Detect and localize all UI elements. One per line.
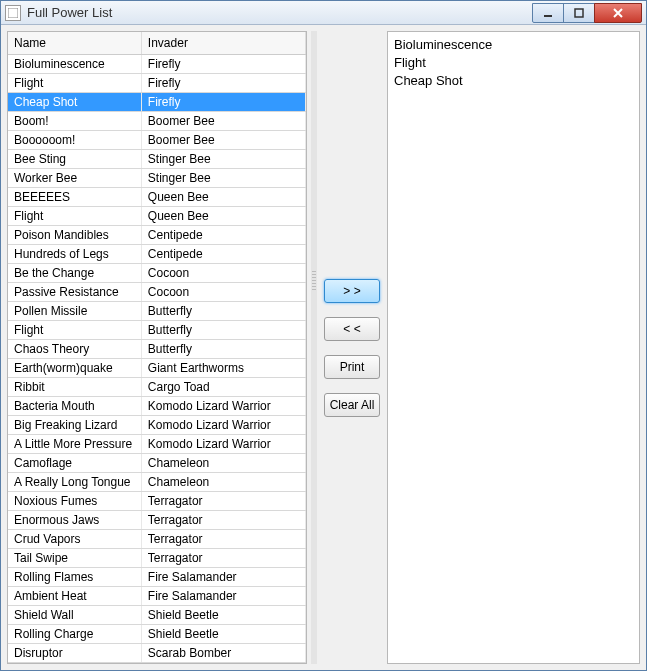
cell-invader: Terragator [141, 492, 305, 511]
column-header-name[interactable]: Name [8, 32, 141, 54]
clear-all-button[interactable]: Clear All [324, 393, 380, 417]
close-button[interactable] [594, 3, 642, 23]
cell-name: Cheap Shot [8, 93, 141, 112]
titlebar[interactable]: Full Power List [1, 1, 646, 25]
table-row[interactable]: Tail SwipeTerragator [8, 549, 306, 568]
table-row[interactable]: Worker BeeStinger Bee [8, 169, 306, 188]
cell-name: Bee Sting [8, 150, 141, 169]
table-row[interactable]: Crud VaporsTerragator [8, 530, 306, 549]
selected-list-panel[interactable]: BioluminescenceFlightCheap Shot [387, 31, 640, 664]
table-row[interactable]: Noxious FumesTerragator [8, 492, 306, 511]
table-row[interactable]: Enormous JawsTerragator [8, 511, 306, 530]
cell-name: Flight [8, 74, 141, 93]
table-row[interactable]: Bee StingStinger Bee [8, 150, 306, 169]
cell-name: Ambient Heat [8, 587, 141, 606]
table-row[interactable]: A Really Long TongueChameleon [8, 473, 306, 492]
cell-invader: Fire Salamander [141, 587, 305, 606]
cell-invader: Queen Bee [141, 207, 305, 226]
remove-button[interactable]: < < [324, 317, 380, 341]
splitter[interactable] [311, 31, 317, 664]
minimize-icon [543, 8, 553, 18]
table-row[interactable]: CamoflageChameleon [8, 454, 306, 473]
table-row[interactable]: Rolling ChargeShield Beetle [8, 625, 306, 644]
cell-name: Boom! [8, 112, 141, 131]
column-header-invader[interactable]: Invader [141, 32, 305, 54]
cell-name: Flight [8, 207, 141, 226]
table-row[interactable]: Earth(worm)quakeGiant Earthworms [8, 359, 306, 378]
cell-name: Crud Vapors [8, 530, 141, 549]
table-row[interactable]: Boom!Boomer Bee [8, 112, 306, 131]
cell-name: Disruptor [8, 644, 141, 663]
table-row[interactable]: Cheap ShotFirefly [8, 93, 306, 112]
table-row[interactable]: Big Freaking LizardKomodo Lizard Warrior [8, 416, 306, 435]
content-area: Name Invader BioluminescenceFireflyFligh… [1, 25, 646, 670]
table-row[interactable]: Rolling FlamesFire Salamander [8, 568, 306, 587]
table-row[interactable]: Boooooom!Boomer Bee [8, 131, 306, 150]
cell-name: Pollen Missile [8, 302, 141, 321]
cell-invader: Cocoon [141, 283, 305, 302]
cell-invader: Firefly [141, 74, 305, 93]
cell-name: Rolling Charge [8, 625, 141, 644]
power-table-scroll[interactable]: BioluminescenceFireflyFlightFireflyCheap… [8, 55, 306, 664]
table-row[interactable]: BEEEEESQueen Bee [8, 188, 306, 207]
list-item[interactable]: Flight [394, 54, 633, 71]
cell-name: Poison Mandibles [8, 226, 141, 245]
close-icon [612, 7, 624, 19]
cell-invader: Centipede [141, 226, 305, 245]
window: Full Power List Name Invader [0, 0, 647, 671]
table-row[interactable]: FlightFirefly [8, 74, 306, 93]
table-row[interactable]: Be the ChangeCocoon [8, 264, 306, 283]
cell-name: Flight [8, 321, 141, 340]
add-button[interactable]: > > [324, 279, 380, 303]
table-row[interactable]: BioluminescenceFirefly [8, 55, 306, 74]
list-item[interactable]: Bioluminescence [394, 36, 633, 53]
cell-invader: Shield Beetle [141, 625, 305, 644]
cell-invader: Chameleon [141, 473, 305, 492]
cell-name: Hundreds of Legs [8, 245, 141, 264]
cell-invader: Butterfly [141, 302, 305, 321]
print-button[interactable]: Print [324, 355, 380, 379]
table-row[interactable]: Pollen MissileButterfly [8, 302, 306, 321]
table-row[interactable]: Chaos TheoryButterfly [8, 340, 306, 359]
cell-name: Bioluminescence [8, 55, 141, 74]
table-row[interactable]: A Little More PressureKomodo Lizard Warr… [8, 435, 306, 454]
cell-name: Passive Resistance [8, 283, 141, 302]
power-table-panel: Name Invader BioluminescenceFireflyFligh… [7, 31, 307, 664]
table-row[interactable]: DisruptorScarab Bomber [8, 644, 306, 663]
cell-name: Camoflage [8, 454, 141, 473]
cell-invader: Queen Bee [141, 188, 305, 207]
cell-name: Enormous Jaws [8, 511, 141, 530]
cell-invader: Giant Earthworms [141, 359, 305, 378]
cell-invader: Terragator [141, 511, 305, 530]
table-row[interactable]: Shield WallShield Beetle [8, 606, 306, 625]
cell-invader: Butterfly [141, 340, 305, 359]
cell-invader: Fire Salamander [141, 568, 305, 587]
table-row[interactable]: FlightQueen Bee [8, 207, 306, 226]
maximize-button[interactable] [563, 3, 595, 23]
power-table-header: Name Invader [8, 32, 306, 55]
cell-invader: Butterfly [141, 321, 305, 340]
cell-name: Worker Bee [8, 169, 141, 188]
cell-invader: Terragator [141, 530, 305, 549]
table-row[interactable]: RibbitCargo Toad [8, 378, 306, 397]
cell-name: Rolling Flames [8, 568, 141, 587]
table-row[interactable]: Bacteria MouthKomodo Lizard Warrior [8, 397, 306, 416]
cell-name: Chaos Theory [8, 340, 141, 359]
table-row[interactable]: Poison MandiblesCentipede [8, 226, 306, 245]
table-row[interactable]: FlightButterfly [8, 321, 306, 340]
list-item[interactable]: Cheap Shot [394, 72, 633, 89]
minimize-button[interactable] [532, 3, 564, 23]
cell-invader: Komodo Lizard Warrior [141, 416, 305, 435]
cell-invader: Firefly [141, 93, 305, 112]
table-row[interactable]: Hundreds of LegsCentipede [8, 245, 306, 264]
cell-invader: Boomer Bee [141, 112, 305, 131]
cell-invader: Boomer Bee [141, 131, 305, 150]
cell-name: Be the Change [8, 264, 141, 283]
cell-name: Shield Wall [8, 606, 141, 625]
table-row[interactable]: Passive ResistanceCocoon [8, 283, 306, 302]
table-row[interactable]: Ambient HeatFire Salamander [8, 587, 306, 606]
svg-rect-2 [575, 9, 583, 17]
svg-rect-0 [8, 8, 18, 18]
cell-name: A Little More Pressure [8, 435, 141, 454]
cell-invader: Komodo Lizard Warrior [141, 435, 305, 454]
